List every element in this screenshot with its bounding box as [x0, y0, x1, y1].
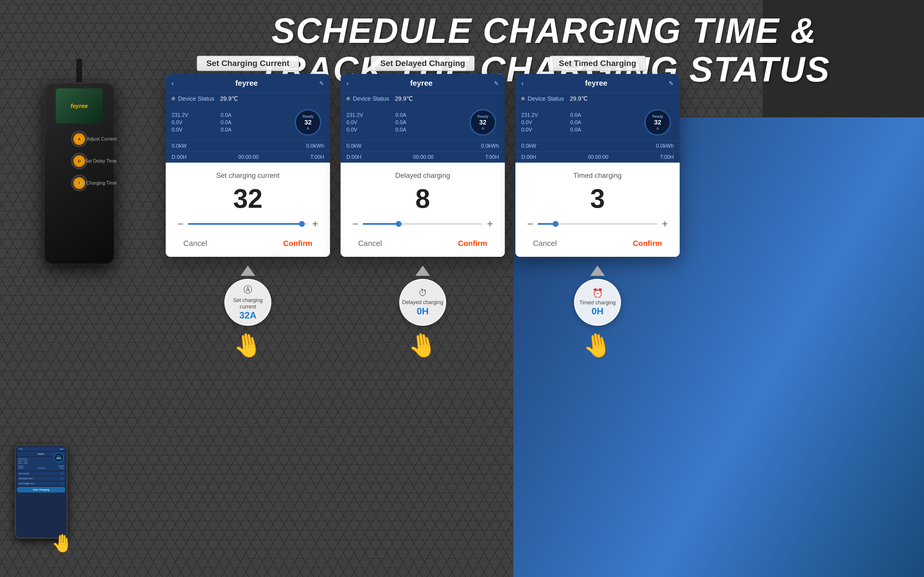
phone-start-button[interactable]: Start Charging — [17, 487, 65, 493]
edit-btn-card1[interactable]: ✎ — [319, 80, 324, 87]
back-btn-card2[interactable]: ‹ — [346, 79, 349, 87]
gauge-circle-card2: Ready 32 A — [469, 109, 496, 135]
back-btn-card3[interactable]: ‹ — [521, 79, 524, 87]
indicator-icon-card1: Ⓐ — [243, 284, 252, 296]
status-label-card1: Device Status — [178, 95, 214, 102]
charger-btn-adjust[interactable]: A Adjust Current — [71, 131, 87, 147]
charger-btn-timer[interactable]: T Set Charging Time — [71, 175, 87, 191]
app-card-timed-charging: ‹ feyree ✎ Device Status 29.9℃ 231.2V0.0… — [515, 74, 680, 257]
indicator-label-card1: Set chargingcurrent — [233, 297, 262, 310]
confirm-btn-card2[interactable]: Confirm — [458, 239, 487, 248]
hand-pointer-phone: 🤚 — [14, 533, 73, 553]
a3-card3: 0.0A — [570, 127, 581, 133]
a3-card1: 0.0A — [220, 127, 231, 133]
app-title-card3: feyree — [585, 79, 607, 88]
indicator-label-card2: Delayed charging — [402, 299, 443, 306]
edit-btn-card3[interactable]: ✎ — [669, 80, 674, 87]
indicator-card3: ⏰ Timed charging 0H 🤚 — [574, 266, 621, 359]
status-temp-card3: 29.9℃ — [570, 95, 588, 102]
v3-card3: 0.0V — [521, 127, 532, 133]
v1-card3: 231.2V — [521, 112, 538, 118]
phone-menu-set-current[interactable]: Set Current32A — [17, 471, 65, 476]
edit-btn-card2[interactable]: ✎ — [494, 80, 499, 87]
stat-time-card2: 00:00:00 — [413, 154, 434, 160]
stat-power-card1: 0.0kW — [172, 143, 186, 149]
indicator-value-card1: 32A — [239, 310, 257, 321]
confirm-btn-card3[interactable]: Confirm — [633, 239, 662, 248]
hand-pointer-card2: 🤚 — [406, 329, 440, 361]
status-label-card3: Device Status — [528, 95, 564, 102]
indicator-card1: Ⓐ Set chargingcurrent 32A 🤚 — [224, 266, 272, 359]
stat-power-card3: 0.0kW — [521, 143, 536, 149]
modal-title-card1: Set charging current — [177, 171, 318, 180]
status-dot-card3 — [521, 97, 525, 100]
indicator-icon-card3: ⏰ — [592, 288, 603, 298]
stat-delay-card3: D:00H — [521, 154, 536, 160]
charger-buttons-area: A Adjust Current D Set Delay Time T Set … — [44, 128, 114, 194]
slider-plus-card3[interactable]: + — [662, 218, 668, 230]
app-title-card1: feyree — [235, 79, 258, 88]
stat-time-card1: 00:00:00 — [238, 154, 259, 160]
card-set-timed-charging: Set Timed Charging ‹ feyree ✎ Device Sta… — [515, 56, 680, 359]
modal-title-card2: Delayed charging — [352, 171, 493, 180]
slider-minus-card3[interactable]: − — [527, 218, 533, 230]
a1-card2: 0.0A — [395, 112, 406, 118]
cancel-btn-card3[interactable]: Cancel — [533, 239, 557, 248]
status-temp-card2: 29.9℃ — [395, 95, 413, 102]
charger-body: feyree A Adjust Current D Set Delay Time — [44, 82, 114, 264]
slider-plus-card1[interactable]: + — [312, 218, 318, 230]
slider-minus-card2[interactable]: − — [352, 218, 358, 230]
slider-track-card1[interactable] — [188, 223, 308, 225]
stat-energy-card1: 0.0kWh — [306, 143, 324, 149]
back-btn-card1[interactable]: ‹ — [172, 79, 174, 87]
app-title-card2: feyree — [410, 79, 433, 88]
v1-card1: 231.2V — [172, 112, 188, 118]
app-cards-container: Set Charging Current ‹ feyree ✎ Device S… — [166, 56, 680, 359]
v2-card3: 0.0V — [521, 119, 532, 126]
gauge-circle-card3: Ready 32 A — [644, 109, 671, 135]
hand-pointer-card3: 🤚 — [581, 329, 614, 361]
phone-gauge-area: 231.2V0.0A 0.0V0.0A 0.0V0.0A Ready 32A 0… — [17, 457, 65, 471]
stat-power-card2: 0.0kW — [346, 143, 362, 149]
a1-card3: 0.0A — [570, 112, 581, 118]
slider-plus-card2[interactable]: + — [487, 218, 493, 230]
app-card-delayed-charging: ‹ feyree ✎ Device Status 29.9℃ 231.2V0.0… — [341, 74, 505, 257]
stat-time-card3: 00:00:00 — [588, 154, 608, 160]
a2-card3: 0.0A — [570, 119, 581, 126]
indicator-card2: ⏱ Delayed charging 0H 🤚 — [399, 266, 446, 359]
charger-screen: feyree — [56, 88, 103, 124]
slider-track-card3[interactable] — [538, 223, 657, 225]
phone-mockup: 9:41●●● feyree 231.2V0.0A 0.0V0.0A 0.0V0… — [14, 445, 67, 538]
card-set-charging-current: Set Charging Current ‹ feyree ✎ Device S… — [166, 56, 330, 359]
indicator-label-card3: Timed charging — [579, 300, 615, 306]
v3-card2: 0.0V — [346, 127, 357, 133]
phone-menu-set-delay[interactable]: Set Delay Time0H — [17, 476, 65, 481]
status-dot-card1 — [172, 97, 175, 100]
cancel-btn-card1[interactable]: Cancel — [183, 239, 207, 248]
a2-card2: 0.0A — [395, 119, 406, 126]
status-label-card2: Device Status — [353, 95, 389, 102]
v2-card2: 0.0V — [346, 119, 357, 126]
v1-card2: 231.2V — [346, 112, 363, 118]
stat-energy-card2: 0.0kWh — [481, 143, 499, 149]
v2-card1: 0.0V — [172, 119, 182, 126]
slider-minus-card1[interactable]: − — [177, 218, 184, 230]
charger-cable-top — [76, 59, 82, 82]
phone-menu-set-charge-time[interactable]: Get Charge Time0H — [17, 481, 65, 486]
a3-card2: 0.0A — [395, 127, 406, 133]
stat-energy-card3: 0.0kWh — [656, 143, 674, 149]
charger-btn-delay[interactable]: D Set Delay Time — [71, 153, 87, 169]
stat-delay-card1: D:00H — [172, 154, 186, 160]
stat-timer-card2: T:00H — [485, 154, 499, 160]
charger-btn-delay-label: Set Delay Time — [85, 158, 116, 164]
slider-track-card2[interactable] — [363, 223, 482, 225]
modal-value-card3: 3 — [527, 185, 668, 212]
card-label-delayed-charging: Set Delayed Charging — [371, 56, 474, 71]
hand-pointer-card1: 🤚 — [231, 329, 265, 361]
indicator-value-card3: 0H — [591, 306, 604, 317]
indicator-value-card2: 0H — [417, 306, 429, 317]
cancel-btn-card2[interactable]: Cancel — [358, 239, 382, 248]
confirm-btn-card1[interactable]: Confirm — [283, 239, 312, 248]
charger-btn-adjust-label: Adjust Current — [87, 137, 116, 142]
phone-gauge-circle: Ready 32A — [54, 452, 64, 463]
